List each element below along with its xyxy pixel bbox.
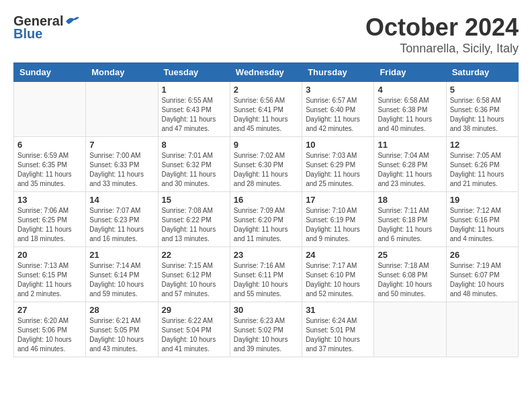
day-info: Sunrise: 6:55 AMSunset: 6:43 PMDaylight:… [162, 96, 226, 134]
time-info: Sunset: 6:43 PM [162, 106, 212, 113]
day-number: 13 [17, 195, 82, 205]
daylight-hours: Daylight: 10 hours and 43 minutes. [89, 336, 144, 353]
day-info: Sunrise: 7:11 AMSunset: 6:18 PMDaylight:… [378, 206, 442, 244]
day-info: Sunrise: 6:20 AMSunset: 5:06 PMDaylight:… [17, 316, 82, 354]
daylight-hours: Daylight: 11 hours and 23 minutes. [378, 171, 432, 187]
daylight-hours: Daylight: 11 hours and 47 minutes. [162, 116, 216, 132]
day-number: 22 [162, 250, 226, 260]
day-number: 14 [89, 195, 154, 205]
calendar-cell: 18Sunrise: 7:11 AMSunset: 6:18 PMDayligh… [374, 192, 446, 247]
time-info: Sunrise: 7:05 AM [450, 152, 501, 159]
day-info: Sunrise: 7:18 AMSunset: 6:08 PMDaylight:… [378, 261, 442, 299]
day-info: Sunrise: 7:05 AMSunset: 6:26 PMDaylight:… [450, 151, 515, 189]
time-info: Sunset: 5:06 PM [17, 326, 67, 334]
day-number: 19 [450, 195, 515, 205]
time-info: Sunrise: 6:57 AM [306, 97, 357, 104]
day-info: Sunrise: 6:59 AMSunset: 6:35 PMDaylight:… [17, 151, 82, 189]
calendar-cell: 15Sunrise: 7:08 AMSunset: 6:22 PMDayligh… [158, 192, 230, 247]
time-info: Sunrise: 6:59 AM [17, 152, 69, 159]
time-info: Sunrise: 6:23 AM [234, 317, 285, 324]
calendar-cell: 20Sunrise: 7:13 AMSunset: 6:15 PMDayligh… [14, 247, 86, 302]
daylight-hours: Daylight: 11 hours and 42 minutes. [306, 116, 360, 132]
time-info: Sunrise: 7:15 AM [162, 262, 213, 269]
time-info: Sunset: 6:36 PM [450, 106, 500, 113]
daylight-hours: Daylight: 10 hours and 46 minutes. [17, 336, 72, 353]
day-info: Sunrise: 7:14 AMSunset: 6:14 PMDaylight:… [89, 261, 154, 299]
calendar-cell: 26Sunrise: 7:19 AMSunset: 6:07 PMDayligh… [446, 247, 518, 302]
time-info: Sunset: 6:23 PM [89, 216, 139, 224]
day-number: 11 [378, 140, 442, 150]
day-info: Sunrise: 7:16 AMSunset: 6:11 PMDaylight:… [234, 261, 298, 299]
time-info: Sunset: 6:20 PM [234, 216, 283, 224]
calendar-cell [86, 82, 158, 137]
daylight-hours: Daylight: 11 hours and 38 minutes. [450, 116, 504, 132]
week-row-5: 27Sunrise: 6:20 AMSunset: 5:06 PMDayligh… [14, 302, 519, 357]
daylight-hours: Daylight: 11 hours and 25 minutes. [306, 171, 360, 187]
time-info: Sunset: 6:16 PM [450, 216, 500, 224]
calendar-cell: 9Sunrise: 7:02 AMSunset: 6:30 PMDaylight… [230, 137, 302, 192]
page-header: General Blue October 2024 Tonnarella, Si… [13, 13, 519, 56]
day-info: Sunrise: 6:58 AMSunset: 6:36 PMDaylight:… [450, 96, 515, 134]
calendar-cell: 28Sunrise: 6:21 AMSunset: 5:05 PMDayligh… [86, 302, 158, 357]
col-thursday: Thursday [302, 63, 374, 82]
day-info: Sunrise: 7:10 AMSunset: 6:19 PMDaylight:… [306, 206, 370, 244]
day-number: 3 [306, 85, 370, 95]
time-info: Sunrise: 7:16 AM [234, 262, 285, 269]
time-info: Sunset: 6:22 PM [162, 216, 212, 224]
calendar-cell [14, 82, 86, 137]
day-info: Sunrise: 7:06 AMSunset: 6:25 PMDaylight:… [17, 206, 82, 244]
day-info: Sunrise: 6:58 AMSunset: 6:38 PMDaylight:… [378, 96, 442, 134]
time-info: Sunset: 6:15 PM [17, 271, 67, 279]
day-info: Sunrise: 7:01 AMSunset: 6:32 PMDaylight:… [162, 151, 226, 189]
day-info: Sunrise: 7:15 AMSunset: 6:12 PMDaylight:… [162, 261, 226, 299]
calendar-subtitle: Tonnarella, Sicily, Italy [365, 42, 519, 56]
day-number: 16 [234, 195, 298, 205]
day-number: 1 [162, 85, 226, 95]
day-info: Sunrise: 7:12 AMSunset: 6:16 PMDaylight:… [450, 206, 515, 244]
time-info: Sunrise: 7:00 AM [89, 152, 140, 159]
calendar-cell: 24Sunrise: 7:17 AMSunset: 6:10 PMDayligh… [302, 247, 374, 302]
day-number: 15 [162, 195, 226, 205]
daylight-hours: Daylight: 11 hours and 6 minutes. [378, 226, 432, 242]
time-info: Sunset: 6:41 PM [234, 106, 283, 113]
col-tuesday: Tuesday [158, 63, 230, 82]
daylight-hours: Daylight: 10 hours and 55 minutes. [234, 281, 288, 298]
day-info: Sunrise: 7:03 AMSunset: 6:29 PMDaylight:… [306, 151, 370, 189]
time-info: Sunset: 6:33 PM [89, 161, 139, 169]
week-row-4: 20Sunrise: 7:13 AMSunset: 6:15 PMDayligh… [14, 247, 519, 302]
day-number: 10 [306, 140, 370, 150]
daylight-hours: Daylight: 10 hours and 50 minutes. [378, 281, 432, 298]
day-info: Sunrise: 7:00 AMSunset: 6:33 PMDaylight:… [89, 151, 154, 189]
day-number: 18 [378, 195, 442, 205]
calendar-cell: 13Sunrise: 7:06 AMSunset: 6:25 PMDayligh… [14, 192, 86, 247]
calendar-cell [374, 302, 446, 357]
calendar-cell: 27Sunrise: 6:20 AMSunset: 5:06 PMDayligh… [14, 302, 86, 357]
col-monday: Monday [86, 63, 158, 82]
day-number: 9 [234, 140, 298, 150]
day-number: 24 [306, 250, 370, 260]
time-info: Sunrise: 7:12 AM [450, 207, 501, 214]
time-info: Sunset: 6:11 PM [234, 271, 283, 279]
col-friday: Friday [374, 63, 446, 82]
col-sunday: Sunday [14, 63, 86, 82]
time-info: Sunrise: 7:14 AM [89, 262, 140, 269]
calendar-title: October 2024 [365, 13, 519, 42]
logo-text-blue: Blue [13, 26, 81, 42]
calendar-table: Sunday Monday Tuesday Wednesday Thursday… [13, 62, 519, 357]
time-info: Sunset: 5:05 PM [89, 326, 139, 334]
day-info: Sunrise: 7:02 AMSunset: 6:30 PMDaylight:… [234, 151, 298, 189]
time-info: Sunset: 6:10 PM [306, 271, 355, 279]
daylight-hours: Daylight: 10 hours and 41 minutes. [162, 336, 216, 353]
time-info: Sunset: 6:30 PM [234, 161, 283, 169]
time-info: Sunset: 6:29 PM [306, 161, 355, 169]
time-info: Sunrise: 6:56 AM [234, 97, 285, 104]
calendar-cell: 14Sunrise: 7:07 AMSunset: 6:23 PMDayligh… [86, 192, 158, 247]
time-info: Sunset: 5:01 PM [306, 326, 355, 334]
day-number: 7 [89, 140, 154, 150]
day-info: Sunrise: 7:08 AMSunset: 6:22 PMDaylight:… [162, 206, 226, 244]
day-number: 20 [17, 250, 82, 260]
daylight-hours: Daylight: 11 hours and 21 minutes. [450, 171, 504, 187]
calendar-cell: 7Sunrise: 7:00 AMSunset: 6:33 PMDaylight… [86, 137, 158, 192]
time-info: Sunrise: 7:13 AM [17, 262, 69, 269]
day-info: Sunrise: 7:17 AMSunset: 6:10 PMDaylight:… [306, 261, 370, 299]
